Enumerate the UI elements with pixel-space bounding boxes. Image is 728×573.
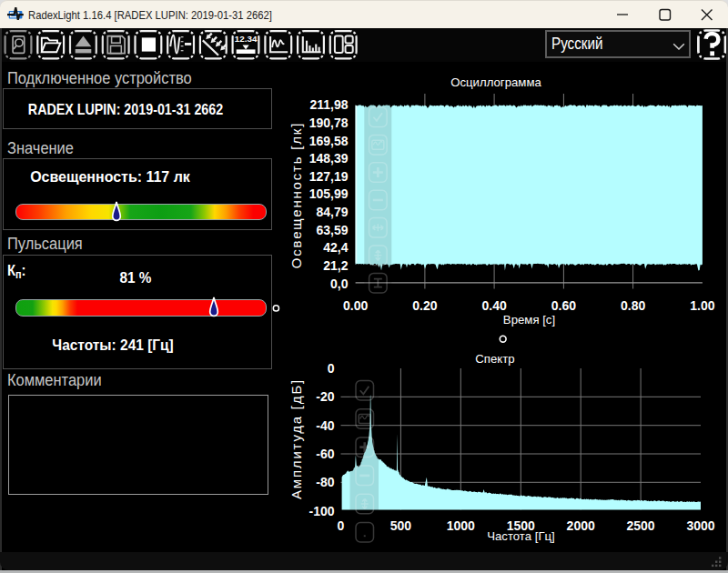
svg-text:Осциллограмма: Осциллограмма [450,75,541,89]
svg-text:21,2: 21,2 [323,258,348,273]
svg-text:-100: -100 [308,504,334,518]
svg-text:0,0: 0,0 [330,276,349,291]
svg-text:0.60: 0.60 [551,298,576,313]
svg-text:-60: -60 [316,447,334,461]
svg-text:12.34: 12.34 [235,34,258,44]
svg-text:42,4: 42,4 [323,240,348,255]
svg-text:-80: -80 [316,475,334,489]
svg-text:3000: 3000 [686,518,714,533]
svg-text:0.80: 0.80 [621,298,645,313]
svg-text:0: 0 [338,518,345,533]
svg-text:1000: 1000 [447,518,475,533]
svg-text:127,19: 127,19 [309,169,349,184]
svg-text:0.00: 0.00 [343,298,368,313]
svg-text:2000: 2000 [567,518,595,533]
svg-text:148,39: 148,39 [309,151,349,166]
svg-text:0.20: 0.20 [412,298,437,313]
svg-text:Спектр: Спектр [475,352,514,366]
svg-text:0.40: 0.40 [481,298,506,313]
svg-text:Частота [Гц]: Частота [Гц] [487,529,555,543]
svg-text:0: 0 [328,361,335,376]
svg-text:Освещенность [лк]: Освещенность [лк] [288,122,304,268]
svg-text:2500: 2500 [627,518,655,533]
svg-text:105,99: 105,99 [309,186,349,201]
svg-text:500: 500 [390,518,412,533]
svg-text:1.00: 1.00 [690,298,714,313]
svg-text:Амплитуда [дБ]: Амплитуда [дБ] [288,378,304,499]
svg-text:84,79: 84,79 [316,205,348,219]
svg-text:Время [с]: Время [с] [503,313,555,327]
svg-text:-40: -40 [316,418,334,433]
svg-text:63,59: 63,59 [316,223,348,237]
svg-text:211,98: 211,98 [309,97,348,112]
svg-text:-20: -20 [316,389,334,404]
svg-text:169,58: 169,58 [309,134,349,148]
svg-text:1500: 1500 [507,518,535,533]
svg-text:190,78: 190,78 [309,116,349,130]
